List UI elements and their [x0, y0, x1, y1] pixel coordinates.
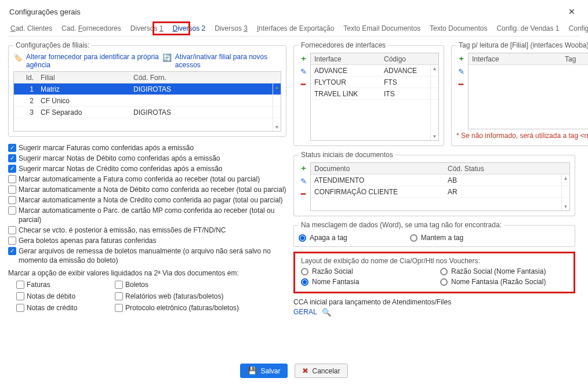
tab-diversos-2[interactable]: Diversos 2 — [170, 22, 208, 35]
edit-icon[interactable]: ✎ — [456, 67, 466, 76]
radio-apaga-tag[interactable]: Apaga a tag — [299, 234, 347, 242]
scrollbar[interactable]: ▲▼ — [273, 83, 281, 131]
close-button[interactable]: ✕ — [565, 5, 579, 19]
checkbox-list: Sugerir marcar Faturas como conferidas a… — [8, 143, 286, 266]
tagfilial-warning: * Se não informado, será utilizada a tag… — [456, 132, 588, 140]
scrollbar[interactable]: ▲▼ — [561, 175, 569, 210]
cca-value[interactable]: GERAL — [293, 308, 317, 316]
tab-diversos-1[interactable]: Diversos 1 — [128, 22, 166, 35]
cancel-icon: ✖ — [302, 366, 308, 375]
marcar-title: Marcar a opção de exibir valores liquida… — [8, 269, 286, 277]
interfaces-grid[interactable]: Interface Código ADVANCEADVANCE FLYTOURF… — [310, 53, 439, 141]
table-row[interactable]: ATENDIMENTOAB — [311, 175, 569, 186]
checkbox[interactable] — [8, 247, 16, 255]
tab-diversos-3[interactable]: Diversos 3 — [212, 22, 250, 35]
table-row[interactable]: FLYTOURFTS — [311, 77, 438, 88]
tagfilial-group: Tag p/ leitura de [Filial] (interfaces W… — [451, 41, 588, 146]
checkbox[interactable] — [115, 281, 123, 289]
filiais-grid[interactable]: Id. Filial Cód. Forn. 1 Matriz DIGIROTAS… — [13, 71, 281, 132]
action-alterar-fornecedor[interactable]: Alterar fornecedor para identificar a pr… — [26, 53, 159, 69]
table-row[interactable]: 2 CF Único — [14, 95, 281, 107]
checkbox[interactable] — [8, 226, 16, 234]
edit-icon[interactable]: ✎ — [299, 176, 308, 186]
tagfilial-grid[interactable]: Interface Tag ▲▼ — [468, 53, 588, 129]
radio-icon — [301, 268, 308, 275]
interfaces-group: Fornecedores de interfaces ＋ ✎ ━ Interfa… — [293, 41, 444, 146]
scrollbar[interactable]: ▲▼ — [430, 65, 438, 140]
tab-cad-fornecedores[interactable]: Cad. Fornecedores — [59, 22, 124, 35]
table-row[interactable]: TRAVEL LINKITS — [311, 88, 438, 100]
cca-title: CCA inicial para lançamento de Atendimen… — [293, 298, 575, 306]
tab-config-vendas-2[interactable]: Config. de Vendas 2 — [567, 22, 588, 35]
add-icon[interactable]: ＋ — [299, 164, 308, 173]
voucher-title: Layout de exibição do nome de Cia/Opr/Ht… — [301, 257, 568, 265]
table-row[interactable]: 3 CF Separado DIGIROTAS — [14, 107, 281, 118]
checkbox[interactable] — [8, 186, 16, 194]
search-add-icon[interactable]: 🔍 — [322, 307, 331, 317]
col-id: Id. — [14, 74, 37, 82]
radio-icon — [440, 268, 448, 275]
tab-interfaces-exportacao[interactable]: Interfaces de Exportação — [255, 22, 336, 35]
checkbox[interactable] — [115, 304, 123, 312]
checkbox[interactable] — [8, 154, 16, 162]
col-filial: Filial — [37, 74, 130, 82]
status-grid[interactable]: Documento Cód. Status ATENDIMENTOAB CONF… — [310, 162, 570, 211]
table-row[interactable]: ADVANCEADVANCE — [311, 65, 438, 77]
radio-nf-razao[interactable]: Nome Fantasia (Razão Social) — [440, 278, 568, 286]
radio-razao-social[interactable]: Razão Social — [301, 267, 429, 275]
checkbox[interactable] — [8, 165, 16, 173]
tagfilial-legend: Tag p/ leitura de [Filial] (interfaces W… — [456, 41, 588, 49]
checkbox[interactable] — [8, 144, 16, 152]
table-row[interactable]: 1 Matriz DIGIROTAS — [14, 83, 281, 95]
radio-icon — [410, 234, 418, 242]
supplier-icon: 🏷️ — [13, 53, 23, 62]
add-icon[interactable]: ＋ — [299, 54, 308, 63]
radio-icon — [299, 234, 306, 242]
checkbox[interactable] — [16, 292, 24, 300]
radio-icon — [440, 278, 448, 286]
table-row[interactable]: CONFIRMAÇÃO CLIENTEAR — [311, 186, 569, 198]
radio-mantem-tag[interactable]: Mantem a tag — [410, 234, 463, 242]
checkbox[interactable] — [8, 175, 16, 183]
filiais-legend: Configurações de filiais: — [13, 41, 92, 49]
voucher-layout-group: Layout de exibição do nome de Cia/Opr/Ht… — [293, 252, 575, 293]
tab-cad-clientes[interactable]: Cad. Clientes — [8, 22, 55, 35]
col-codforn: Cód. Forn. — [130, 74, 188, 82]
remove-icon[interactable]: ━ — [299, 79, 308, 89]
cca-block: CCA inicial para lançamento de Atendimen… — [293, 298, 575, 317]
status-group: Status iniciais de documentos ＋ ✎ ━ Docu… — [293, 151, 575, 216]
tab-config-vendas-1[interactable]: Config. de Vendas 1 — [494, 22, 561, 35]
tab-texto-documentos[interactable]: Texto Documentos — [427, 22, 489, 35]
checkbox[interactable] — [8, 237, 16, 245]
radio-nome-fantasia[interactable]: Nome Fantasia — [301, 278, 429, 286]
save-icon: 💾 — [248, 366, 257, 375]
edit-icon[interactable]: ✎ — [299, 67, 308, 76]
checkbox[interactable] — [8, 206, 16, 215]
tabs: Cad. Clientes Cad. Fornecedores Diversos… — [8, 22, 580, 37]
filiais-group: Configurações de filiais: 🏷️ Alterar for… — [8, 41, 286, 137]
window-title: Configurações gerais — [9, 8, 81, 16]
tab-texto-email[interactable]: Texto Email Documentos — [341, 22, 423, 35]
mesclagem-legend: Na mesclagem de dados (Word), se uma tag… — [299, 221, 504, 229]
cancel-button[interactable]: ✖ Cancelar — [295, 364, 347, 378]
interfaces-legend: Fornecedores de interfaces — [299, 41, 388, 49]
status-legend: Status iniciais de documentos — [299, 151, 395, 159]
checkbox[interactable] — [16, 281, 24, 289]
checkbox[interactable] — [8, 196, 16, 204]
remove-icon[interactable]: ━ — [299, 189, 308, 198]
radio-razao-nf[interactable]: Razão Social (Nome Fantasia) — [440, 267, 568, 275]
action-ativar-filial[interactable]: Ativar/inativar filial para novos acesso… — [175, 53, 281, 69]
save-button[interactable]: 💾 Salvar — [240, 364, 288, 378]
toggle-branch-icon: 🔄 — [162, 53, 172, 62]
mesclagem-group: Na mesclagem de dados (Word), se uma tag… — [293, 221, 575, 247]
radio-icon — [301, 278, 308, 286]
remove-icon[interactable]: ━ — [456, 79, 466, 89]
checkbox[interactable] — [16, 304, 24, 312]
checkbox[interactable] — [115, 292, 123, 300]
add-icon[interactable]: ＋ — [456, 54, 466, 63]
